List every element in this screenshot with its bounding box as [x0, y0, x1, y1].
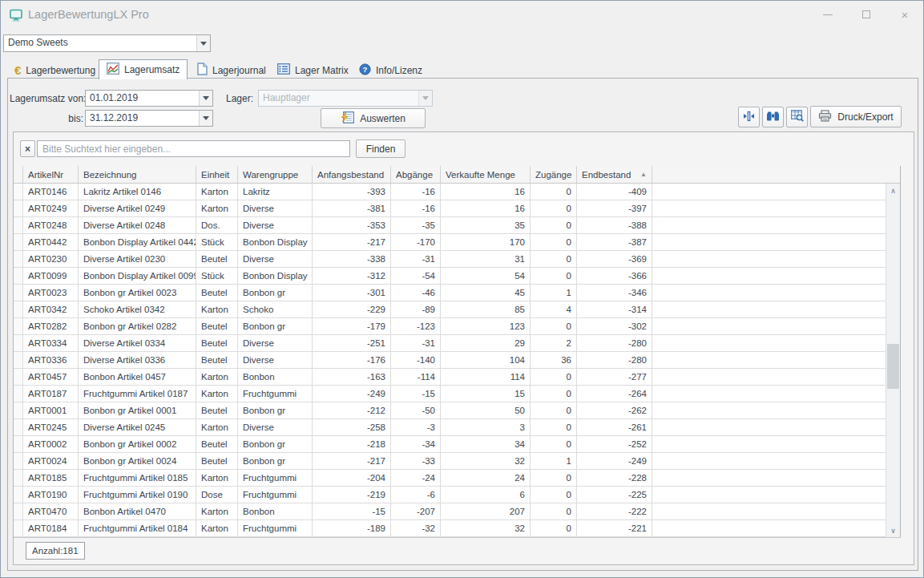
tab-info-lizenz[interactable]: ? Info/Lizenz [352, 62, 430, 79]
column-header-2[interactable]: Einheit [196, 166, 238, 183]
grid-cell: -280 [577, 335, 652, 351]
search-binoculars-button[interactable] [762, 107, 784, 127]
grid-cell: -346 [577, 285, 652, 301]
grid-row[interactable]: ART0024Bonbon gr Artikel 0024BeutelBonbo… [14, 453, 900, 470]
grid-cell: -219 [313, 487, 391, 503]
grid-cell: Fruchtgummi Artikel 0185 [79, 470, 196, 486]
grid-cell: Fruchtgummi [238, 520, 313, 536]
window-title: LagerBewertungLX Pro [28, 8, 149, 21]
grid-cell: Bonbon [238, 503, 313, 519]
grid-cell: Karton [196, 419, 238, 435]
grid-row[interactable]: ART0249Diverse Artikel 0249KartonDiverse… [14, 200, 900, 217]
document-icon [197, 63, 208, 78]
grid-cell: -46 [391, 285, 441, 301]
close-button[interactable]: × [889, 2, 921, 26]
chart-icon [107, 63, 119, 77]
grid-cell: -89 [391, 301, 441, 317]
grid-cell: -33 [391, 453, 441, 469]
grid-cell: ART0001 [23, 402, 79, 418]
grid-cell: Bonbon [238, 369, 313, 385]
grid-row[interactable]: ART0248Diverse Artikel 0248Dos.Diverse-3… [14, 217, 900, 234]
column-header-1[interactable]: Bezeichnung [79, 166, 196, 183]
from-date-picker[interactable]: 01.01.2019 [85, 90, 213, 107]
column-header-8[interactable]: Endbestand▲ [577, 166, 652, 183]
grid-cell: ART0185 [23, 470, 79, 486]
grid-cell: Bonbon Display [238, 268, 313, 284]
scroll-down-icon[interactable]: ∨ [886, 523, 900, 537]
grid-cell-filler [652, 217, 900, 233]
print-export-button[interactable]: Druck/Export [810, 106, 902, 127]
grid-cell: Diverse [238, 217, 313, 233]
grid-cell: -258 [313, 419, 391, 435]
search-input[interactable] [37, 140, 350, 157]
grid-row[interactable]: ART0187Fruchtgummi Artikel 0187KartonFru… [14, 386, 900, 402]
grid-row[interactable]: ART0457Bonbon Artikel 0457KartonBonbon-1… [14, 369, 900, 386]
company-selector[interactable]: Demo Sweets [3, 34, 211, 52]
grid-row[interactable]: ART0470Bonbon Artikel 0470KartonBonbon-1… [14, 503, 900, 520]
grid-row[interactable]: ART0146Lakritz Artikel 0146KartonLakritz… [14, 184, 900, 200]
grid-cell: 34 [441, 436, 531, 452]
column-header-6[interactable]: Verkaufte Menge [441, 166, 531, 183]
grid-row[interactable]: ART0184Fruchtgummi Artikel 0184KartonFru… [14, 520, 900, 537]
best-fit-columns-button[interactable] [738, 107, 760, 127]
scrollbar-thumb[interactable] [887, 344, 899, 389]
column-customize-button[interactable] [786, 107, 808, 127]
grid-cell: Fruchtgummi Artikel 0184 [79, 520, 196, 536]
grid-cell: 16 [441, 200, 531, 216]
grid-cell: -217 [313, 453, 391, 469]
grid-row[interactable]: ART0023Bonbon gr Artikel 0023BeutelBonbo… [14, 285, 900, 301]
grid-cell: -34 [391, 436, 441, 452]
grid-cell: Fruchtgummi [238, 487, 313, 503]
tab-lagerumsatz[interactable]: Lagerumsatz [99, 59, 188, 79]
grid-cell: -252 [577, 436, 652, 452]
row-indicator-cell [14, 301, 23, 317]
grid-row[interactable]: ART0190Fruchtgummi Artikel 0190DoseFruch… [14, 487, 900, 503]
column-header-5[interactable]: Abgänge [391, 166, 441, 183]
grid-row[interactable]: ART0336Diverse Artikel 0336BeutelDiverse… [14, 352, 900, 369]
scroll-up-icon[interactable]: ∧ [886, 184, 900, 197]
grid-cell: 6 [441, 487, 531, 503]
grid-cell: 207 [441, 503, 531, 519]
minimize-button[interactable] [812, 2, 844, 26]
grid-cell: ART0248 [23, 217, 79, 233]
grid-row[interactable]: ART0442Bonbon Display Artikel 0442StückB… [14, 234, 900, 251]
maximize-button[interactable] [850, 2, 882, 26]
tab-lager-matrix[interactable]: Lager Matrix [270, 62, 356, 79]
column-header-7[interactable]: Zugänge [531, 166, 577, 183]
column-header-0[interactable]: ArtikelNr [23, 166, 79, 183]
record-count-badge: Anzahl:181 [26, 542, 85, 560]
grid-cell: -163 [313, 369, 391, 385]
grid-cell: -387 [577, 234, 652, 250]
dropdown-arrow-icon[interactable] [199, 111, 212, 126]
grid-row[interactable]: ART0002Bonbon gr Artikel 0002BeutelBonbo… [14, 436, 900, 453]
grid-cell: ART0023 [23, 285, 79, 301]
dropdown-arrow-icon[interactable] [196, 35, 210, 51]
find-button[interactable]: Finden [356, 139, 406, 158]
to-date-picker[interactable]: 31.12.2019 [85, 110, 213, 127]
grid-row[interactable]: ART0245Diverse Artikel 0245KartonDiverse… [14, 419, 900, 436]
grid-footer: Anzahl:181 [14, 538, 914, 564]
grid-cell: -170 [391, 234, 441, 250]
grid-cell: Beutel [196, 453, 238, 469]
column-header-4[interactable]: Anfangsbestand [313, 166, 391, 183]
printer-icon [818, 110, 832, 124]
clear-search-button[interactable]: × [20, 140, 35, 157]
grid-cell: -179 [313, 318, 391, 334]
grid-row[interactable]: ART0334Diverse Artikel 0334BeutelDiverse… [14, 335, 900, 352]
evaluate-button[interactable]: Auswerten [321, 108, 426, 128]
vertical-scrollbar[interactable]: ∧ ∨ [886, 184, 900, 537]
tab-lagerjournal[interactable]: Lagerjournal [190, 62, 273, 79]
grid-row[interactable]: ART0099Bonbon Display Artikel 0099StückB… [14, 268, 900, 285]
tab-lagerbewertung[interactable]: € Lagerbewertung [7, 62, 103, 79]
grid-cell: Bonbon gr Artikel 0024 [79, 453, 196, 469]
grid-row[interactable]: ART0001Bonbon gr Artikel 0001BeutelBonbo… [14, 402, 900, 419]
grid-cell: Bonbon gr Artikel 0282 [79, 318, 196, 334]
grid-row[interactable]: ART0282Bonbon gr Artikel 0282BeutelBonbo… [14, 318, 900, 335]
grid-cell-filler [652, 352, 900, 368]
grid-row[interactable]: ART0230Diverse Artikel 0230BeutelDiverse… [14, 251, 900, 268]
grid-cell-filler [652, 301, 900, 317]
column-header-3[interactable]: Warengruppe [238, 166, 313, 183]
grid-row[interactable]: ART0185Fruchtgummi Artikel 0185KartonFru… [14, 470, 900, 487]
grid-row[interactable]: ART0342Schoko Artikel 0342KartonSchoko-2… [14, 301, 900, 318]
grid-cell: 0 [531, 217, 577, 233]
